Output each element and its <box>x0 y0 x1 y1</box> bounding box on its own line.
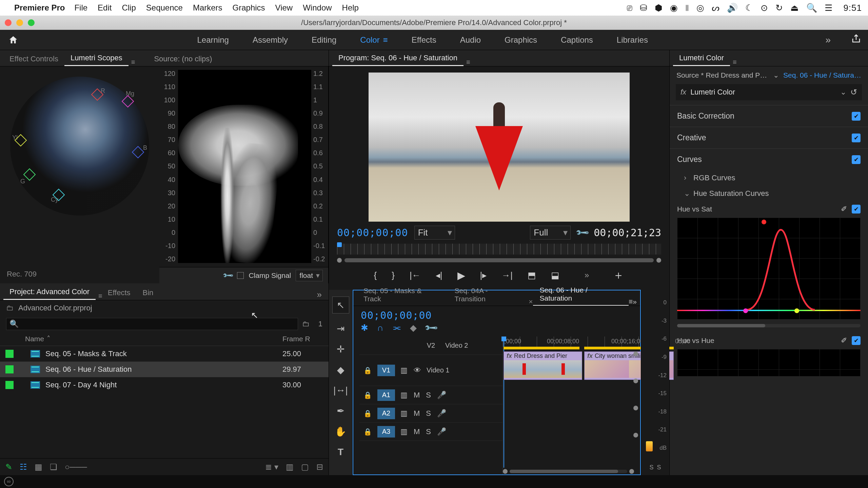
vectorscope[interactable]: R Mg B Cy G Yl <box>10 77 149 216</box>
mark-in-icon[interactable]: { <box>374 270 377 281</box>
track-scroll-handles[interactable] <box>633 351 638 438</box>
solo-icon[interactable]: S <box>426 409 431 418</box>
list-view-icon[interactable]: ☷ <box>20 462 27 472</box>
zoom-fit-select[interactable]: Fit <box>414 226 455 240</box>
fx-badge[interactable]: fx <box>507 352 512 360</box>
dropbox-icon[interactable]: ⛁ <box>640 3 647 13</box>
play-icon[interactable]: ▶ <box>457 269 465 281</box>
menu-file[interactable]: File <box>74 3 87 13</box>
moon-icon[interactable]: ☾ <box>745 3 753 13</box>
creative-cloud-icon[interactable]: ◉ <box>670 3 678 13</box>
project-row[interactable]: Seq. 05 - Masks & Track 25.00 <box>0 346 329 362</box>
edit-icon[interactable]: ✎ <box>5 462 12 472</box>
workspace-captions[interactable]: Captions <box>561 35 593 45</box>
voice-over-icon[interactable]: 🎤 <box>437 427 446 436</box>
section-toggle[interactable]: ✔ <box>852 155 861 164</box>
curve-toggle[interactable]: ✔ <box>852 336 861 345</box>
marker-icon[interactable]: ◆ <box>410 323 417 333</box>
panel-menu-icon[interactable]: ≡ <box>98 292 102 300</box>
tab-effect-controls[interactable]: Effect Controls <box>3 51 64 66</box>
label-color[interactable] <box>5 365 14 373</box>
circle-play-icon[interactable]: ⊙ <box>761 3 768 13</box>
solo-left[interactable]: S <box>649 464 653 471</box>
extract-icon[interactable]: ⬓ <box>551 270 559 281</box>
volume-icon[interactable]: 🔊 <box>727 3 738 13</box>
chevron-down-icon[interactable]: ⌄ <box>773 71 779 79</box>
panel-menu-icon[interactable]: ≡ <box>131 58 135 66</box>
effect-select[interactable]: Lumetri Color <box>690 88 836 97</box>
subsection-hue-saturation-curves[interactable]: ⌄ Hue Saturation Curves <box>670 186 868 201</box>
type-tool-icon[interactable]: T <box>338 447 343 458</box>
fullscreen-icon[interactable] <box>28 19 35 26</box>
step-forward-icon[interactable]: |▸ <box>480 270 487 281</box>
track-a3[interactable]: 🔒 A3 ▥ M S 🎤 <box>359 423 502 441</box>
close-icon[interactable] <box>5 19 12 26</box>
sync-lock-icon[interactable]: ▥ <box>400 391 408 400</box>
hamburger-icon[interactable]: ≡ <box>383 35 388 45</box>
workspace-editing[interactable]: Editing <box>312 35 336 45</box>
lock-icon[interactable]: 🔒 <box>363 366 372 374</box>
workspace-graphics[interactable]: Graphics <box>505 35 537 45</box>
timeline-zoom-bar[interactable] <box>503 469 634 474</box>
menu-graphics[interactable]: Graphics <box>233 3 265 13</box>
find-icon[interactable]: ▢ <box>301 462 309 472</box>
program-frame[interactable] <box>369 73 630 222</box>
track-tag[interactable]: A3 <box>377 426 395 438</box>
lock-icon[interactable]: 🔒 <box>363 409 372 418</box>
equalizer-icon[interactable]: ⦀ <box>685 3 689 13</box>
ripple-edit-tool-icon[interactable]: ✛ <box>337 344 344 355</box>
tab-source-monitor[interactable]: Source: (no clips) <box>148 51 218 66</box>
eyedropper-icon[interactable]: ✐ <box>841 336 847 345</box>
track-select-tool-icon[interactable]: ⇥ <box>337 323 344 334</box>
track-tag[interactable]: V2 <box>422 340 440 351</box>
chevron-down-icon[interactable]: ⌄ <box>840 88 846 97</box>
track-tag[interactable]: V1 <box>377 365 395 376</box>
mute-icon[interactable]: M <box>414 409 420 418</box>
package-icon[interactable]: ⬢ <box>655 3 663 13</box>
lock-icon[interactable]: 🔒 <box>363 391 372 399</box>
track-tag[interactable]: A2 <box>377 408 395 419</box>
curve-point[interactable] <box>743 308 748 313</box>
eject-icon[interactable]: ⏏ <box>790 3 799 13</box>
curve-point[interactable] <box>762 220 766 224</box>
tab-lumetri-color[interactable]: Lumetri Color <box>673 50 730 66</box>
waveform-scope[interactable] <box>178 70 311 263</box>
voice-over-icon[interactable]: 🎤 <box>437 391 446 400</box>
timeline-tab[interactable]: Seq. 04A - Transition <box>448 284 528 306</box>
home-icon[interactable] <box>7 34 20 46</box>
sync-lock-icon[interactable]: ▥ <box>400 427 408 436</box>
step-back-icon[interactable]: ◂| <box>436 270 442 281</box>
hue-vs-sat-curve[interactable] <box>677 218 861 319</box>
workspace-audio[interactable]: Audio <box>460 35 481 45</box>
leaf-icon[interactable]: ᔕ <box>712 3 719 13</box>
sync-lock-icon[interactable]: ▥ <box>400 409 408 418</box>
workspace-libraries[interactable]: Libraries <box>617 35 648 45</box>
hand-tool-icon[interactable]: ✋ <box>335 426 347 437</box>
section-toggle[interactable]: ✔ <box>852 112 861 121</box>
zoom-slider[interactable]: ○─── <box>65 462 87 472</box>
solo-right[interactable]: S <box>657 464 661 471</box>
timeline-tab[interactable]: Seq. 05 - Masks & Track <box>357 284 448 306</box>
lift-icon[interactable]: ⬒ <box>528 270 536 281</box>
freeform-view-icon[interactable]: ❏ <box>50 462 57 472</box>
lumetri-sequence-link[interactable]: Seq. 06 - Hue / Satura… <box>783 71 861 79</box>
lock-icon[interactable]: 🔒 <box>363 428 372 436</box>
zoom-out-handle[interactable] <box>337 258 342 263</box>
column-framerate[interactable]: Frame R <box>282 335 323 343</box>
close-icon[interactable]: × <box>529 298 533 306</box>
mute-icon[interactable]: M <box>414 391 420 400</box>
label-color[interactable] <box>5 381 14 389</box>
curve-scrollbar[interactable] <box>677 324 861 327</box>
sort-asc-icon[interactable]: ˄ <box>47 335 51 343</box>
timecode-in[interactable]: 00;00;00;00 <box>337 227 408 239</box>
razor-tool-icon[interactable]: ◆ <box>337 364 344 375</box>
track-v1[interactable]: 🔒 V1 ▥ 👁 Video 1 <box>359 355 502 386</box>
share-icon[interactable] <box>851 34 861 46</box>
eyedropper-icon[interactable]: ✐ <box>841 205 847 214</box>
creative-cloud-icon[interactable]: ∞ <box>4 477 14 486</box>
float-select[interactable]: float <box>296 270 323 281</box>
pen-tool-icon[interactable]: ✒ <box>337 405 344 416</box>
target-icon[interactable]: ◎ <box>696 3 704 13</box>
section-basic-correction[interactable]: Basic Correction ✔ <box>670 105 868 127</box>
timeline-tab[interactable]: Seq. 06 - Hue / Saturation <box>533 283 629 306</box>
